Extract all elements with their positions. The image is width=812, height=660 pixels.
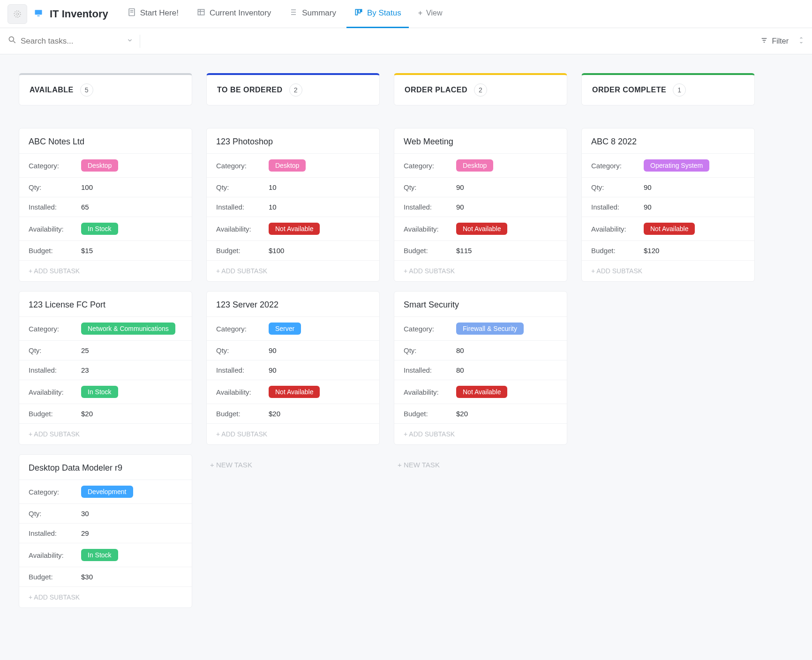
board-column: ORDER PLACED2Web MeetingCategory:Desktop… — [394, 73, 567, 475]
chevron-down-icon[interactable] — [127, 37, 133, 45]
card-row-budget: Budget:$15 — [19, 240, 192, 260]
add-subtask-button[interactable]: + ADD SUBTASK — [394, 260, 567, 281]
add-subtask-button[interactable]: + ADD SUBTASK — [19, 586, 192, 608]
qty-value: 25 — [81, 346, 89, 354]
budget-value: $120 — [644, 247, 659, 255]
new-task-button[interactable]: + NEW TASK — [394, 454, 567, 475]
row-label: Installed: — [591, 203, 644, 211]
card-row-budget: Budget:$100 — [207, 240, 379, 260]
card-row-category: Category:Desktop — [207, 153, 379, 177]
category-pill: Desktop — [456, 159, 493, 172]
installed-value: 65 — [81, 203, 89, 211]
row-label: Qty: — [404, 346, 456, 354]
tab-add-view[interactable]: + View — [412, 0, 449, 28]
row-label: Installed: — [29, 203, 81, 211]
new-task-button[interactable]: + NEW TASK — [206, 454, 380, 475]
row-label: Budget: — [216, 247, 269, 255]
card-title: 123 License FC Port — [19, 292, 192, 316]
installed-value: 10 — [269, 203, 277, 211]
column-count: 2 — [289, 83, 302, 97]
row-label: Availability: — [216, 388, 269, 396]
card-title: 123 Photoshop — [207, 128, 379, 153]
task-card[interactable]: Web MeetingCategory:DesktopQty:90Install… — [394, 128, 567, 282]
add-subtask-button[interactable]: + ADD SUBTASK — [207, 260, 379, 281]
add-subtask-button[interactable]: + ADD SUBTASK — [582, 260, 754, 281]
installed-value: 29 — [81, 529, 89, 537]
qty-value: 100 — [81, 183, 93, 191]
tab-label: Summary — [302, 8, 336, 18]
availability-pill: In Stock — [81, 549, 118, 561]
card-title: Smart Security — [394, 292, 567, 316]
tab-by-status[interactable]: By Status — [346, 0, 409, 28]
availability-pill: Not Available — [456, 386, 507, 398]
column-header[interactable]: ORDER PLACED2 — [394, 73, 567, 105]
tab-start-here[interactable]: Start Here! — [120, 0, 186, 28]
row-label: Category: — [29, 325, 81, 333]
availability-pill: Not Available — [269, 386, 320, 398]
row-label: Budget: — [29, 573, 81, 581]
card-row-category: Category:Network & Communications — [19, 316, 192, 340]
filter-button[interactable]: Filter — [756, 34, 793, 49]
budget-value: $20 — [81, 410, 93, 418]
task-card[interactable]: 123 Server 2022Category:ServerQty:90Inst… — [206, 291, 380, 445]
expand-icon[interactable] — [798, 37, 804, 45]
add-subtask-button[interactable]: + ADD SUBTASK — [19, 423, 192, 444]
tab-label: Start Here! — [140, 8, 179, 18]
task-card[interactable]: 123 PhotoshopCategory:DesktopQty:10Insta… — [206, 128, 380, 282]
card-row-installed: Installed:29 — [19, 523, 192, 543]
task-card[interactable]: Smart SecurityCategory:Firewall & Securi… — [394, 291, 567, 445]
card-title: Desktop Data Modeler r9 — [19, 455, 192, 480]
card-row-availability: Availability:Not Available — [582, 217, 754, 240]
task-card[interactable]: ABC Notes LtdCategory:DesktopQty:100Inst… — [19, 128, 192, 282]
column-count: 1 — [673, 83, 686, 97]
list-icon — [289, 8, 298, 19]
tab-summary[interactable]: Summary — [281, 0, 344, 28]
column-header[interactable]: TO BE ORDERED2 — [206, 73, 380, 105]
budget-value: $30 — [81, 573, 93, 581]
card-row-availability: Availability:Not Available — [207, 380, 379, 404]
card-row-budget: Budget:$120 — [582, 240, 754, 260]
column-header[interactable]: ORDER COMPLETE1 — [581, 73, 755, 105]
add-subtask-button[interactable]: + ADD SUBTASK — [394, 423, 567, 444]
search-bar: Filter — [0, 28, 812, 54]
workspace-icon[interactable] — [8, 4, 27, 24]
column-title: ORDER COMPLETE — [592, 86, 666, 94]
category-pill: Desktop — [269, 159, 306, 172]
row-label: Category: — [29, 162, 81, 170]
row-label: Availability: — [404, 225, 456, 233]
card-row-category: Category:Desktop — [19, 153, 192, 177]
board-icon — [354, 8, 363, 19]
filter-label: Filter — [772, 37, 789, 45]
card-row-installed: Installed:90 — [394, 197, 567, 217]
card-row-installed: Installed:23 — [19, 360, 192, 380]
task-card[interactable]: 123 License FC PortCategory:Network & Co… — [19, 291, 192, 445]
column-header[interactable]: AVAILABLE5 — [19, 73, 192, 105]
card-row-category: Category:Operating System — [582, 153, 754, 177]
add-subtask-button[interactable]: + ADD SUBTASK — [19, 260, 192, 281]
card-row-qty: Qty:90 — [394, 177, 567, 197]
category-pill: Network & Communications — [81, 322, 175, 335]
budget-value: $115 — [456, 247, 472, 255]
row-label: Availability: — [591, 225, 644, 233]
search-input[interactable] — [21, 37, 124, 46]
qty-value: 10 — [269, 183, 277, 191]
column-title: AVAILABLE — [30, 86, 74, 94]
row-label: Category: — [591, 162, 644, 170]
row-label: Category: — [216, 162, 269, 170]
tab-current-inventory[interactable]: Current Inventory — [189, 0, 278, 28]
board-column: TO BE ORDERED2123 PhotoshopCategory:Desk… — [206, 73, 380, 475]
card-title: 123 Server 2022 — [207, 292, 379, 316]
installed-value: 90 — [456, 203, 464, 211]
tab-label: View — [426, 9, 442, 17]
row-label: Qty: — [29, 346, 81, 354]
card-row-category: Category:Development — [19, 480, 192, 503]
row-label: Installed: — [216, 366, 269, 374]
add-subtask-button[interactable]: + ADD SUBTASK — [207, 423, 379, 444]
column-title: ORDER PLACED — [405, 86, 467, 94]
task-card[interactable]: Desktop Data Modeler r9Category:Developm… — [19, 454, 192, 608]
task-card[interactable]: ABC 8 2022Category:Operating SystemQty:9… — [581, 128, 755, 282]
row-label: Availability: — [29, 551, 81, 559]
card-row-budget: Budget:$30 — [19, 567, 192, 586]
row-label: Budget: — [591, 247, 644, 255]
monitor-icon — [34, 8, 43, 19]
